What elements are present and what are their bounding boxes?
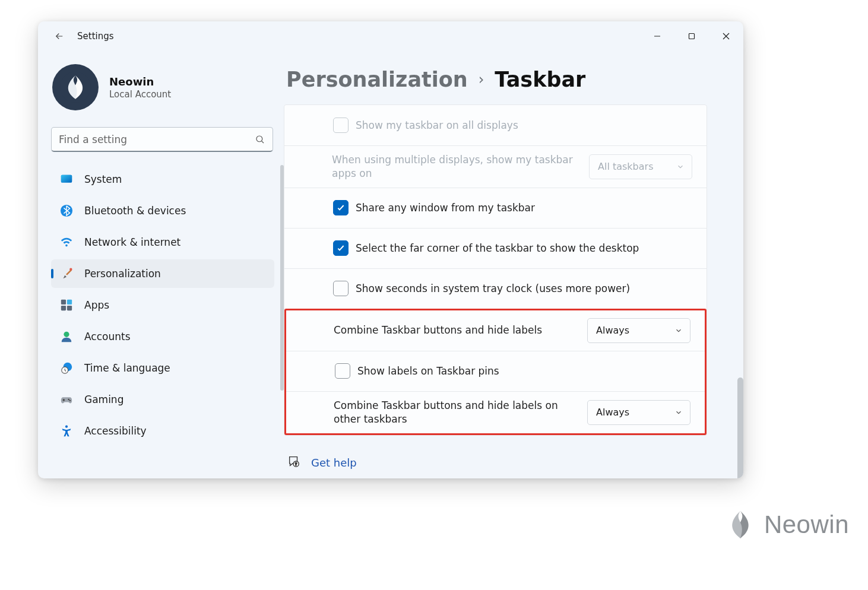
help-icon: ? [287,455,300,471]
nav-item-label: Accessibility [84,425,147,437]
setting-label: Show my taskbar on all displays [356,119,692,132]
setting-label: Share any window from my taskbar [356,201,692,215]
watermark-text: Neowin [764,510,849,539]
setting-combine-buttons-other[interactable]: Combine Taskbar buttons and hide labels … [286,391,705,433]
checkbox-share-window[interactable] [333,200,349,215]
chevron-down-icon [674,326,683,335]
setting-label: Combine Taskbar buttons and hide labels [334,323,578,337]
nav-item-bluetooth[interactable]: Bluetooth & devices [51,196,274,225]
setting-combine-buttons[interactable]: Combine Taskbar buttons and hide labels … [286,310,705,351]
nav-item-label: System [84,173,122,185]
svg-rect-13 [61,306,66,310]
minimize-icon [654,33,661,40]
nav-item-network[interactable]: Network & internet [51,228,274,256]
chevron-down-icon [676,163,685,171]
svg-point-18 [68,399,69,400]
dropdown-value: Always [596,325,629,336]
setting-label: Combine Taskbar buttons and hide labels … [334,399,578,426]
setting-show-all-displays: Show my taskbar on all displays [284,105,707,145]
profile-account: Local Account [109,89,171,100]
setting-share-window[interactable]: Share any window from my taskbar [284,188,707,228]
breadcrumb-current: Taskbar [495,68,585,91]
svg-rect-11 [61,300,66,304]
settings-window: Settings [38,21,743,478]
main-panel: Personalization › Taskbar Show my taskba… [284,51,743,478]
nav-item-label: Personalization [84,268,161,280]
help-label: Get help [311,456,357,469]
setting-label: Select the far corner of the taskbar to … [356,242,692,255]
nav-item-label: Bluetooth & devices [84,205,186,217]
check-icon [336,203,346,212]
chevron-right-icon: › [479,71,484,88]
check-icon [336,243,346,253]
nav-item-personalization[interactable]: Personalization [51,259,274,288]
person-icon [59,329,74,344]
nav-item-label: Apps [84,299,109,311]
nav-item-accessibility[interactable]: Accessibility [51,417,274,445]
neowin-logo-icon [725,509,756,540]
main-scrollbar[interactable] [737,378,743,478]
svg-point-10 [69,268,72,270]
setting-label: Show seconds in system tray clock (uses … [356,282,692,296]
nav-item-accounts[interactable]: Accounts [51,322,274,351]
close-button[interactable] [709,24,743,48]
settings-list: Show my taskbar on all displays When usi… [284,104,707,471]
paintbrush-icon [59,267,74,281]
nav-item-label: Network & internet [84,236,180,248]
maximize-button[interactable] [674,24,709,48]
nav-item-label: Time & language [84,362,170,374]
apps-icon [59,298,74,312]
setting-far-corner-desktop[interactable]: Select the far corner of the taskbar to … [284,228,707,268]
profile-name: Neowin [109,75,171,88]
nav-item-system[interactable]: System [51,165,274,194]
dropdown-combine-buttons[interactable]: Always [587,318,690,343]
svg-text:?: ? [295,462,297,467]
sidebar: Neowin Local Account System [38,51,284,478]
avatar [52,64,99,110]
search-input[interactable] [59,134,255,145]
nav-item-time[interactable]: Time & language [51,354,274,382]
search-box[interactable] [51,127,273,152]
nav-item-apps[interactable]: Apps [51,291,274,319]
breadcrumb-parent[interactable]: Personalization [286,68,468,91]
setting-show-seconds[interactable]: Show seconds in system tray clock (uses … [284,268,707,309]
highlighted-settings: Combine Taskbar buttons and hide labels … [284,309,707,435]
nav-item-gaming[interactable]: Gaming [51,385,274,414]
checkbox-far-corner[interactable] [333,240,349,256]
dropdown-value: All taskbars [598,161,653,172]
titlebar: Settings [38,21,743,51]
window-title: Settings [77,31,114,42]
dropdown-multi-display: All taskbars [589,154,692,179]
svg-line-6 [261,141,264,143]
setting-label: Show labels on Taskbar pins [357,364,690,378]
setting-show-labels-pins[interactable]: Show labels on Taskbar pins [286,351,705,391]
svg-point-15 [64,332,69,337]
accessibility-icon [59,424,74,438]
maximize-icon [688,33,695,40]
bluetooth-icon [59,204,74,218]
get-help-link[interactable]: ? Get help [284,455,707,471]
dropdown-value: Always [596,407,629,418]
nav-list: System Bluetooth & devices Network & int… [51,165,284,448]
minimize-button[interactable] [640,24,674,48]
profile-block[interactable]: Neowin Local Account [51,64,284,110]
wifi-icon [59,235,74,249]
gamepad-icon [59,392,74,407]
setting-label: When using multiple displays, show my ta… [332,153,579,180]
search-icon [255,134,265,145]
breadcrumb: Personalization › Taskbar [284,68,736,91]
checkbox-show-seconds[interactable] [333,281,349,296]
checkbox-show-all-displays [333,118,349,133]
svg-rect-14 [67,306,72,310]
checkbox-show-labels-pins[interactable] [335,363,350,379]
back-button[interactable] [49,26,70,47]
svg-point-5 [256,136,262,142]
arrow-left-icon [54,31,65,42]
clock-globe-icon [59,361,74,375]
close-icon [723,33,730,40]
nav-item-label: Gaming [84,394,123,405]
system-icon [59,172,74,186]
dropdown-combine-buttons-other[interactable]: Always [587,400,690,425]
nav-item-label: Accounts [84,331,131,342]
svg-rect-8 [61,175,72,183]
